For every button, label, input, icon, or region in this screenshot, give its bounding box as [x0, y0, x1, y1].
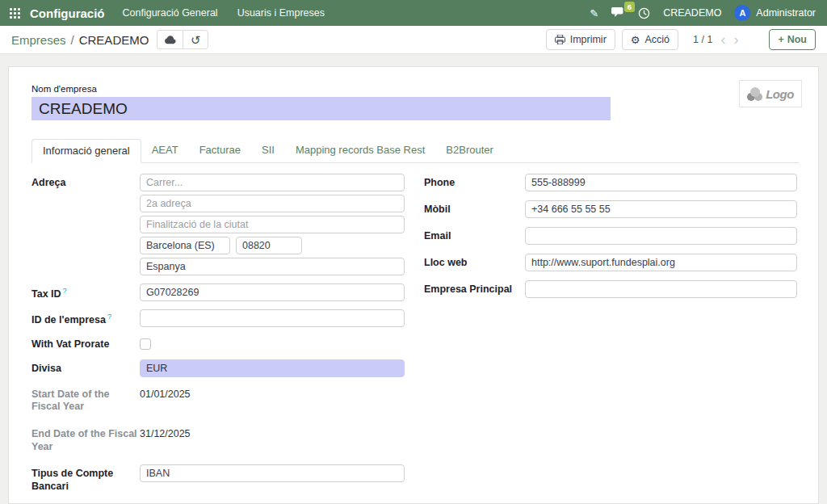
- action-button[interactable]: ⚙ Acció: [622, 29, 678, 50]
- app-name[interactable]: Configuració: [30, 6, 105, 20]
- messages-icon[interactable]: 6: [611, 6, 625, 20]
- debug-pencil-icon[interactable]: ✎: [590, 8, 598, 19]
- tax-id-help-icon[interactable]: ?: [63, 287, 67, 295]
- company-id-input[interactable]: [140, 309, 405, 327]
- fiscal-year-end-value: 31/12/2025: [140, 425, 405, 439]
- breadcrumb-separator: /: [71, 33, 74, 47]
- tax-id-input[interactable]: [140, 284, 405, 301]
- vat-prorate-label: With Vat Prorate: [31, 335, 140, 351]
- control-panel: Empreses / CREADEMO ↺ Imprimir ⚙ Acció 1…: [0, 26, 827, 53]
- apps-grid-icon[interactable]: [10, 8, 20, 19]
- save-button[interactable]: [157, 30, 183, 49]
- logo-placeholder-text: Logo: [766, 87, 794, 101]
- phone-input[interactable]: [525, 174, 797, 191]
- top-navbar: Configuració Configuració General Usuari…: [0, 0, 827, 26]
- menu-configuracio-general[interactable]: Configuració General: [123, 7, 218, 19]
- bank-account-type-input[interactable]: [140, 464, 405, 482]
- action-button-label: Acció: [644, 34, 670, 45]
- chat-bubbles-icon: [611, 6, 625, 18]
- discard-button[interactable]: ↺: [183, 30, 208, 49]
- form-sheet: Nom d'empresa Logo Informació general AE…: [8, 66, 819, 504]
- email-label: Email: [424, 227, 525, 243]
- email-input[interactable]: [525, 227, 797, 245]
- pager-previous-icon[interactable]: ‹: [720, 32, 725, 47]
- activities-clock-icon[interactable]: [638, 7, 650, 19]
- tab-aeat[interactable]: AEAT: [141, 139, 189, 163]
- cloud-save-icon: [165, 36, 176, 44]
- undo-icon: ↺: [191, 34, 201, 46]
- mobile-label: Mòbil: [424, 200, 525, 216]
- pager: 1 / 1 ‹ ›: [693, 32, 738, 47]
- pager-value: 1 / 1: [693, 34, 712, 45]
- street2-input[interactable]: [140, 195, 405, 212]
- new-record-button[interactable]: + Nou: [769, 29, 816, 50]
- tax-id-label: Tax ID?: [31, 284, 140, 301]
- breadcrumb-current: CREADEMO: [79, 33, 149, 47]
- bank-account-type-label: Tipus de Compte Bancari: [31, 464, 140, 493]
- avatar: A: [734, 5, 750, 21]
- currency-input[interactable]: [140, 359, 405, 377]
- breadcrumb: Empreses / CREADEMO: [11, 33, 149, 47]
- gear-icon: ⚙: [631, 35, 640, 45]
- plus-icon: +: [778, 34, 783, 45]
- logo-circles-icon: [747, 87, 763, 101]
- tab-sii[interactable]: SII: [251, 139, 285, 163]
- printer-icon: [555, 35, 565, 44]
- company-id-help-icon[interactable]: ?: [107, 313, 111, 321]
- tab-b2brouter[interactable]: B2Brouter: [435, 139, 504, 163]
- state-input[interactable]: [140, 237, 230, 254]
- company-name-input[interactable]: [31, 97, 611, 120]
- company-logo[interactable]: Logo: [739, 80, 802, 107]
- user-name: Administrator: [756, 7, 816, 19]
- user-menu[interactable]: A Administrator: [734, 5, 816, 21]
- address-label: Adreça: [31, 174, 140, 190]
- fiscal-year-start-value: 01/01/2025: [140, 385, 405, 400]
- company-name-label: Nom d'empresa: [31, 84, 799, 94]
- mobile-input[interactable]: [525, 200, 797, 218]
- print-button[interactable]: Imprimir: [546, 29, 615, 50]
- notebook-tabs: Informació general AEAT Facturae SII Map…: [31, 138, 799, 163]
- city-input[interactable]: [140, 216, 405, 233]
- website-input[interactable]: [525, 254, 797, 271]
- messages-count-badge: 6: [624, 2, 635, 12]
- fiscal-year-start-label: Start Date of the Fiscal Year: [31, 385, 140, 414]
- print-button-label: Imprimir: [570, 34, 607, 45]
- menu-usuaris-i-empreses[interactable]: Usuaris i Empreses: [237, 7, 325, 19]
- new-button-label: Nou: [787, 34, 807, 45]
- tab-facturae[interactable]: Facturae: [189, 139, 251, 163]
- vat-prorate-checkbox[interactable]: [140, 338, 151, 350]
- tab-mapping-records-base-rest[interactable]: Mapping records Base Rest: [285, 139, 435, 163]
- phone-label: Phone: [424, 174, 525, 190]
- tab-informacio-general[interactable]: Informació general: [31, 139, 141, 163]
- currency-label: Divisa: [31, 359, 140, 376]
- website-label: Lloc web: [424, 254, 525, 270]
- fiscal-year-end-label: End Date of the Fiscal Year: [31, 425, 140, 453]
- parent-company-input[interactable]: [525, 280, 797, 298]
- pager-next-icon[interactable]: ›: [733, 32, 738, 47]
- street-input[interactable]: [140, 174, 405, 191]
- zip-input[interactable]: [236, 237, 302, 254]
- country-input[interactable]: [140, 258, 405, 275]
- company-id-label: ID de l'empresa?: [31, 309, 140, 327]
- breadcrumb-parent-link[interactable]: Empreses: [11, 33, 66, 47]
- company-switcher[interactable]: CREADEMO: [663, 7, 721, 19]
- parent-company-label: Empresa Principal: [424, 280, 525, 296]
